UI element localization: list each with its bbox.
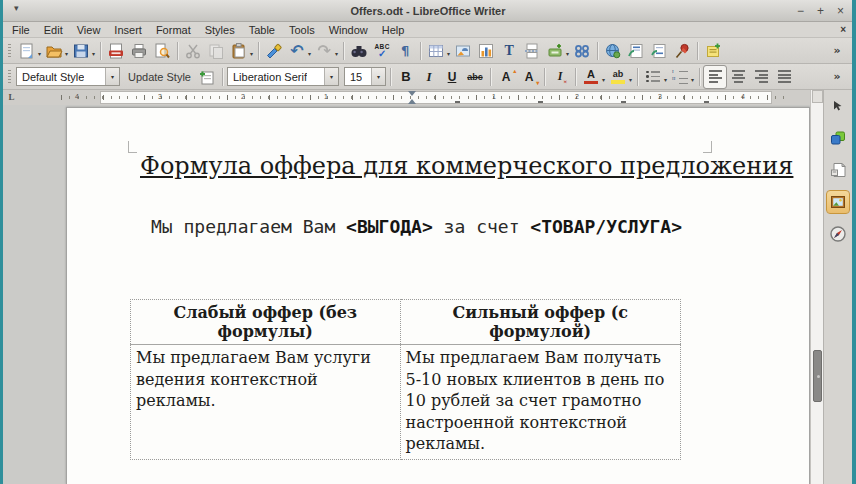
menu-file[interactable]: File: [5, 23, 37, 37]
font-name-dropdown[interactable]: ▾: [324, 68, 338, 85]
clear-formatting-button[interactable]: I×: [549, 66, 571, 88]
font-size-combo[interactable]: 15 ▾: [344, 67, 386, 86]
align-justify-button[interactable]: [773, 66, 795, 88]
tab-stop-marker[interactable]: [455, 101, 460, 103]
sidebar-properties-button[interactable]: [827, 127, 849, 149]
decrease-font-size-button[interactable]: A▾: [518, 66, 540, 88]
document-heading[interactable]: Формула оффера для коммерческого предлож…: [140, 152, 793, 180]
sidebar-navigator-button[interactable]: [827, 223, 849, 245]
insert-image-button[interactable]: [452, 40, 474, 62]
insert-footnote-button[interactable]: [625, 40, 647, 62]
horizontal-ruler[interactable]: L 4 3 2 1 1 2 3 4: [3, 90, 810, 105]
insert-text-box-button[interactable]: T: [498, 40, 520, 62]
vertical-scrollbar[interactable]: [810, 90, 823, 484]
spelling-button[interactable]: ABC ✓: [371, 40, 393, 62]
new-document-button[interactable]: [16, 40, 38, 62]
export-pdf-button[interactable]: [105, 40, 127, 62]
redo-dropdown[interactable]: ▾: [335, 50, 338, 57]
align-right-button[interactable]: [750, 66, 772, 88]
sidebar-settings-button[interactable]: [827, 95, 849, 117]
clone-formatting-button[interactable]: [263, 40, 285, 62]
new-document-dropdown[interactable]: ▾: [38, 50, 41, 57]
maximize-button[interactable]: +: [817, 5, 824, 17]
open-dropdown[interactable]: ▾: [65, 50, 68, 57]
menu-format[interactable]: Format: [149, 23, 198, 37]
update-style-button[interactable]: [196, 66, 218, 88]
sidebar-gallery-button[interactable]: [827, 191, 849, 213]
offer-formula-line[interactable]: Мы предлагаем Вам <ВЫГОДА> за счет <ТОВА…: [151, 216, 682, 237]
scrollbar-top-button[interactable]: [812, 90, 823, 103]
save-dropdown[interactable]: ▾: [92, 50, 95, 57]
undo-dropdown[interactable]: ▾: [308, 50, 311, 57]
insert-table-dropdown[interactable]: ▾: [447, 50, 450, 57]
paste-button[interactable]: [228, 40, 250, 62]
bullet-list-button[interactable]: [642, 66, 664, 88]
menu-table[interactable]: Table: [242, 23, 282, 37]
close-button[interactable]: ×: [837, 5, 844, 17]
insert-comment-button[interactable]: [702, 40, 724, 62]
sidebar-page-button[interactable]: [827, 159, 849, 181]
menu-insert[interactable]: Insert: [107, 23, 149, 37]
tab-stop-marker[interactable]: [538, 101, 543, 103]
menu-window[interactable]: Window: [322, 23, 375, 37]
strikethrough-button[interactable]: abc: [464, 66, 486, 88]
insert-table-button[interactable]: [425, 40, 447, 62]
toolbar-overflow-button[interactable]: »: [826, 66, 848, 88]
menu-edit[interactable]: Edit: [37, 23, 70, 37]
font-color-button[interactable]: A: [580, 66, 602, 88]
tab-stop-marker[interactable]: [704, 101, 709, 103]
paste-dropdown[interactable]: ▾: [250, 50, 253, 57]
font-color-dropdown[interactable]: ▾: [602, 76, 605, 83]
menu-view[interactable]: View: [70, 23, 108, 37]
document-page[interactable]: Формула оффера для коммерческого предлож…: [66, 107, 810, 484]
print-button[interactable]: [128, 40, 150, 62]
open-button[interactable]: [43, 40, 65, 62]
insert-endnote-button[interactable]: [648, 40, 670, 62]
print-preview-button[interactable]: [151, 40, 173, 62]
highlight-color-button[interactable]: ab: [607, 66, 629, 88]
paragraph-style-dropdown[interactable]: ▾: [105, 68, 119, 85]
bullet-list-dropdown[interactable]: ▾: [664, 76, 667, 83]
tab-stop-selector[interactable]: L: [6, 92, 17, 103]
bold-button[interactable]: B: [395, 66, 417, 88]
insert-page-break-button[interactable]: [521, 40, 543, 62]
underline-button[interactable]: U: [441, 66, 463, 88]
formatting-marks-button[interactable]: ¶: [394, 40, 416, 62]
align-left-button[interactable]: [704, 66, 726, 88]
window-menu-icon[interactable]: ▾: [14, 3, 19, 13]
italic-button[interactable]: I: [418, 66, 440, 88]
weak-offer-cell[interactable]: Мы предлагаем Вам услуги ведения контекс…: [131, 345, 401, 460]
toolbar-grip[interactable]: [8, 70, 11, 84]
insert-field-button[interactable]: [544, 40, 566, 62]
title-bar[interactable]: ▾ Offers.odt - LibreOffice Writer − + ×: [0, 0, 856, 22]
increase-font-size-button[interactable]: A▴: [495, 66, 517, 88]
weak-offer-header[interactable]: Слабый оффер (без формулы): [131, 300, 401, 345]
tab-stop-marker[interactable]: [621, 101, 626, 103]
strong-offer-cell[interactable]: Мы предлагаем Вам получать 5-10 новых кл…: [400, 345, 681, 460]
menu-help[interactable]: Help: [375, 23, 412, 37]
paragraph-style-combo[interactable]: Default Style ▾: [16, 67, 120, 86]
insert-bookmark-button[interactable]: [671, 40, 693, 62]
minimize-button[interactable]: −: [797, 5, 804, 17]
save-button[interactable]: [70, 40, 92, 62]
offers-comparison-table[interactable]: Слабый оффер (без формулы) Сильный оффер…: [130, 299, 681, 460]
align-center-button[interactable]: [727, 66, 749, 88]
close-document-button[interactable]: ×: [840, 24, 846, 35]
insert-chart-button[interactable]: [475, 40, 497, 62]
font-name-combo[interactable]: Liberation Serif ▾: [227, 67, 339, 86]
insert-hyperlink-button[interactable]: [602, 40, 624, 62]
undo-button[interactable]: ↶: [286, 40, 308, 62]
numbered-list-dropdown[interactable]: ▾: [691, 76, 694, 83]
insert-field-dropdown[interactable]: ▾: [566, 50, 569, 57]
toolbar-overflow-button[interactable]: »: [826, 40, 848, 62]
insert-special-character-button[interactable]: [571, 40, 593, 62]
menu-styles[interactable]: Styles: [198, 23, 242, 37]
toolbar-grip[interactable]: [8, 44, 11, 58]
numbered-list-button[interactable]: I II: [669, 66, 691, 88]
font-size-dropdown[interactable]: ▾: [371, 68, 385, 85]
scrollbar-thumb[interactable]: [813, 350, 822, 402]
find-replace-button[interactable]: [348, 40, 370, 62]
strong-offer-header[interactable]: Сильный оффер (с формулой): [400, 300, 681, 345]
highlight-color-dropdown[interactable]: ▾: [629, 76, 632, 83]
menu-tools[interactable]: Tools: [282, 23, 322, 37]
